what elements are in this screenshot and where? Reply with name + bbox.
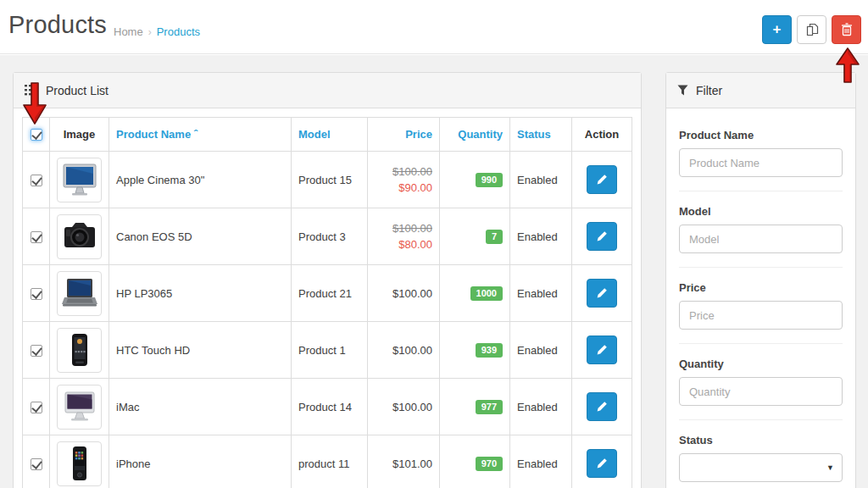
product-status-cell: Enabled <box>510 208 572 265</box>
filter-label-status: Status <box>679 434 843 446</box>
table-row: iMac Product 14 $100.00 977 Enabled <box>23 379 632 435</box>
row-checkbox[interactable] <box>31 175 42 186</box>
filter-label-price: Price <box>679 281 843 294</box>
product-name-cell: iMac <box>109 379 292 435</box>
product-quantity-cell: 970 <box>440 435 510 488</box>
product-price-cell: $100.00 $90.00 <box>368 152 440 208</box>
pencil-icon <box>596 174 608 186</box>
row-image-cell <box>50 208 109 265</box>
product-action-cell <box>572 152 632 208</box>
price: $101.00 <box>392 458 432 470</box>
edit-product-button[interactable] <box>587 222 617 251</box>
old-price: $100.00 <box>375 220 432 237</box>
quantity-badge: 1000 <box>470 286 503 301</box>
product-action-cell <box>572 435 632 488</box>
chevron-down-icon: ▼ <box>826 463 834 472</box>
filter-model-input[interactable] <box>679 225 843 253</box>
product-list-body: Image Product Name ˆ Model Price Quantit… <box>14 108 641 488</box>
row-check-cell <box>23 265 50 322</box>
row-check-cell <box>23 435 50 488</box>
column-header-product-name: Product Name ˆ <box>109 118 292 152</box>
product-model-cell: Product 15 <box>292 152 368 208</box>
quantity-badge: 7 <box>486 230 503 244</box>
row-check-cell <box>23 208 50 265</box>
product-action-cell <box>572 208 632 265</box>
filter-divider <box>679 267 843 268</box>
edit-product-button[interactable] <box>587 392 617 421</box>
pencil-icon <box>596 458 608 469</box>
product-name-header-label: Product Name <box>116 128 191 141</box>
product-status-cell: Enabled <box>510 435 572 488</box>
product-status-cell: Enabled <box>510 322 572 379</box>
product-thumbnail <box>57 441 102 486</box>
row-checkbox[interactable] <box>31 458 42 470</box>
product-model-cell: product 11 <box>292 435 368 488</box>
row-checkbox[interactable] <box>31 288 42 300</box>
product-action-cell <box>572 322 632 379</box>
filter-status-select[interactable]: ▼ <box>679 453 843 482</box>
edit-product-button[interactable] <box>587 165 617 194</box>
row-image-cell <box>50 265 109 322</box>
filter-label-product-name: Product Name <box>679 129 843 141</box>
pencil-icon <box>596 401 608 413</box>
sort-model-link[interactable]: Model <box>298 128 331 141</box>
product-quantity-cell: 990 <box>440 152 510 208</box>
page-header: Products Home›Products + <box>0 0 868 54</box>
sale-price: $80.00 <box>375 236 432 253</box>
row-check-cell <box>23 152 50 208</box>
filter-panel: Filter Product Name Model Price Quantity <box>665 72 856 488</box>
filter-product-name-input[interactable] <box>679 148 843 177</box>
filter-divider <box>679 419 843 420</box>
product-image-hp-lp3065-icon <box>60 275 99 311</box>
delete-product-button[interactable] <box>832 15 861 44</box>
sort-quantity-link[interactable]: Quantity <box>458 128 503 141</box>
product-name-cell: Apple Cinema 30" <box>109 152 292 208</box>
content-area: Product List Image Product Name ˆ Model <box>0 55 868 488</box>
product-status-cell: Enabled <box>510 152 572 208</box>
breadcrumb: Home›Products <box>114 25 200 38</box>
filter-quantity-input[interactable] <box>679 377 843 406</box>
price: $100.00 <box>392 344 432 357</box>
product-table: Image Product Name ˆ Model Price Quantit… <box>22 117 632 488</box>
edit-product-button[interactable] <box>587 279 617 308</box>
sort-ascending-icon: ˆ <box>194 128 198 141</box>
row-checkbox[interactable] <box>31 402 42 413</box>
copy-product-button[interactable] <box>797 15 826 44</box>
product-thumbnail <box>57 158 102 202</box>
column-header-quantity: Quantity <box>440 118 510 152</box>
sale-price: $90.00 <box>375 180 432 197</box>
column-header-price: Price <box>368 118 440 152</box>
sort-product-name-link[interactable]: Product Name ˆ <box>116 128 198 141</box>
edit-product-button[interactable] <box>587 336 617 364</box>
select-all-checkbox[interactable] <box>31 129 42 141</box>
product-list-title: Product List <box>46 84 108 97</box>
product-image-canon-eos-5d-icon <box>60 219 99 254</box>
old-price: $100.00 <box>375 164 432 180</box>
quantity-badge: 977 <box>476 400 503 414</box>
product-name-cell: iPhone <box>109 435 292 488</box>
filter-group-model: Model <box>679 205 843 253</box>
breadcrumb-home[interactable]: Home <box>114 25 143 38</box>
sort-price-link[interactable]: Price <box>405 128 432 141</box>
product-image-imac-icon <box>60 389 99 424</box>
filter-group-status: Status ▼ <box>679 434 843 482</box>
filter-divider <box>679 343 843 344</box>
filter-price-input[interactable] <box>679 301 843 330</box>
table-row: Canon EOS 5D Product 3 $100.00 $80.00 7 … <box>23 208 632 265</box>
product-list-panel-heading: Product List <box>14 73 641 108</box>
breadcrumb-separator: › <box>148 26 152 38</box>
row-checkbox[interactable] <box>31 231 42 243</box>
filter-divider <box>679 191 843 191</box>
product-price-cell: $101.00 <box>368 435 440 488</box>
price: $100.00 <box>392 401 432 413</box>
page-title: Products <box>8 11 107 39</box>
add-product-button[interactable]: + <box>762 15 792 44</box>
pencil-icon <box>596 344 608 356</box>
row-image-cell <box>50 322 109 379</box>
pencil-icon <box>596 287 608 299</box>
edit-product-button[interactable] <box>587 449 617 478</box>
row-checkbox[interactable] <box>31 345 42 357</box>
sort-status-link[interactable]: Status <box>517 128 551 141</box>
breadcrumb-current-link[interactable]: Products <box>157 25 200 38</box>
pencil-icon <box>596 230 608 242</box>
